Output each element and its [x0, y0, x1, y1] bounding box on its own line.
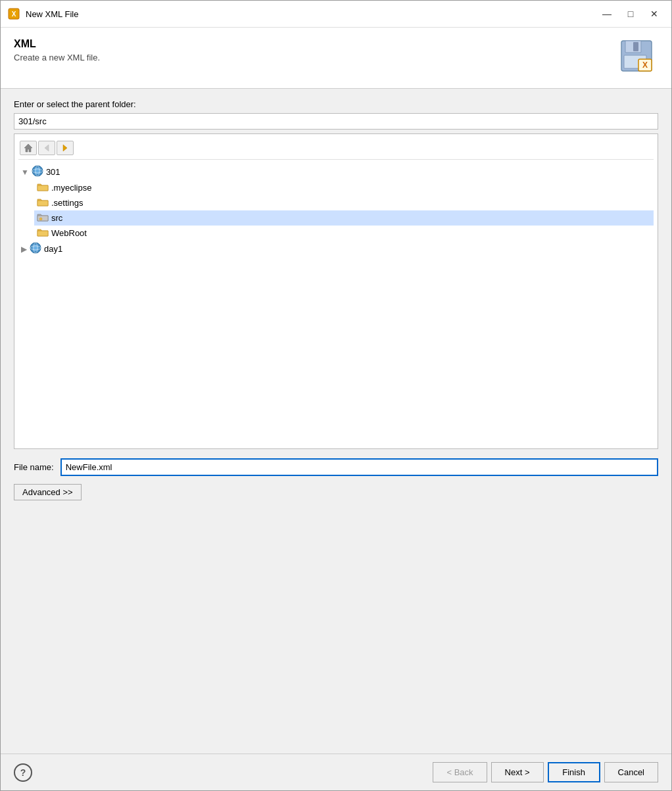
tree-item-project-301[interactable]: ▼ 301: [18, 164, 654, 180]
footer: ? < Back Next > Finish Cancel: [1, 754, 671, 790]
file-name-row: File name:: [14, 458, 658, 476]
forward-button[interactable]: [57, 141, 74, 155]
title-bar: X New XML File — □ ✕: [1, 1, 671, 28]
tree-item-settings[interactable]: .settings: [34, 195, 654, 210]
content-area: Enter or select the parent folder:: [1, 89, 671, 754]
tree-item-project-day1[interactable]: ▶ day1: [18, 241, 654, 257]
folder-settings-icon: [37, 197, 49, 209]
header-section: XML Create a new XML file. X: [1, 28, 671, 89]
tree-item-myeclipse[interactable]: .myeclipse: [34, 180, 654, 195]
svg-marker-10: [63, 145, 67, 151]
minimize-button[interactable]: —: [596, 6, 617, 22]
advanced-button[interactable]: Advanced >>: [14, 484, 82, 500]
window-controls: — □ ✕: [596, 6, 665, 22]
tree-label-myeclipse: .myeclipse: [51, 183, 91, 193]
folder-webroot-icon: [37, 227, 49, 239]
tree-children-301: .myeclipse .settings: [34, 180, 654, 241]
tree-item-src[interactable]: src: [34, 210, 654, 226]
help-button[interactable]: ?: [14, 763, 32, 782]
svg-point-12: [34, 168, 41, 174]
project-day1-icon: [30, 242, 41, 256]
svg-rect-4: [633, 42, 638, 51]
footer-buttons: < Back Next > Finish Cancel: [433, 762, 658, 782]
tree-label-day1: day1: [44, 244, 62, 254]
parent-folder-label: Enter or select the parent folder:: [14, 99, 658, 109]
project-301-icon: [32, 165, 43, 179]
back-button[interactable]: [38, 141, 55, 155]
svg-marker-9: [45, 145, 49, 151]
svg-text:X: X: [12, 11, 16, 18]
header-subtitle: Create a new XML file.: [14, 53, 100, 62]
folder-src-icon: [37, 212, 49, 224]
close-button[interactable]: ✕: [644, 6, 665, 22]
tree-label-301: 301: [46, 167, 60, 177]
folder-myeclipse-icon: [37, 181, 49, 194]
svg-marker-8: [24, 144, 32, 152]
home-button[interactable]: [20, 141, 37, 155]
window-icon: X: [7, 7, 20, 20]
tree-toolbar: [18, 138, 654, 160]
svg-point-17: [32, 245, 39, 251]
cancel-button[interactable]: Cancel: [604, 762, 658, 782]
maximize-button[interactable]: □: [620, 6, 641, 22]
tree-root: ▼ 301: [18, 164, 654, 257]
tree-label-settings: .settings: [51, 198, 83, 208]
parent-folder-input[interactable]: [14, 113, 658, 130]
finish-button[interactable]: Finish: [548, 762, 600, 782]
tree-label-src: src: [51, 213, 62, 223]
dialog-window: X New XML File — □ ✕ XML Create a new XM…: [0, 0, 672, 791]
window-title: New XML File: [26, 9, 591, 19]
header-title: XML: [14, 38, 100, 50]
svg-text:X: X: [642, 60, 648, 70]
back-button[interactable]: < Back: [433, 762, 487, 782]
tree-item-webroot[interactable]: WebRoot: [34, 226, 654, 241]
file-name-input[interactable]: [60, 458, 658, 476]
xml-file-icon: X: [619, 38, 658, 78]
header-text: XML Create a new XML file.: [14, 38, 100, 62]
next-button[interactable]: Next >: [491, 762, 544, 782]
svg-point-15: [39, 218, 42, 220]
file-tree-container: ▼ 301: [14, 133, 658, 449]
tree-label-webroot: WebRoot: [51, 228, 87, 238]
file-name-label: File name:: [14, 462, 54, 472]
footer-left: ?: [14, 763, 32, 782]
